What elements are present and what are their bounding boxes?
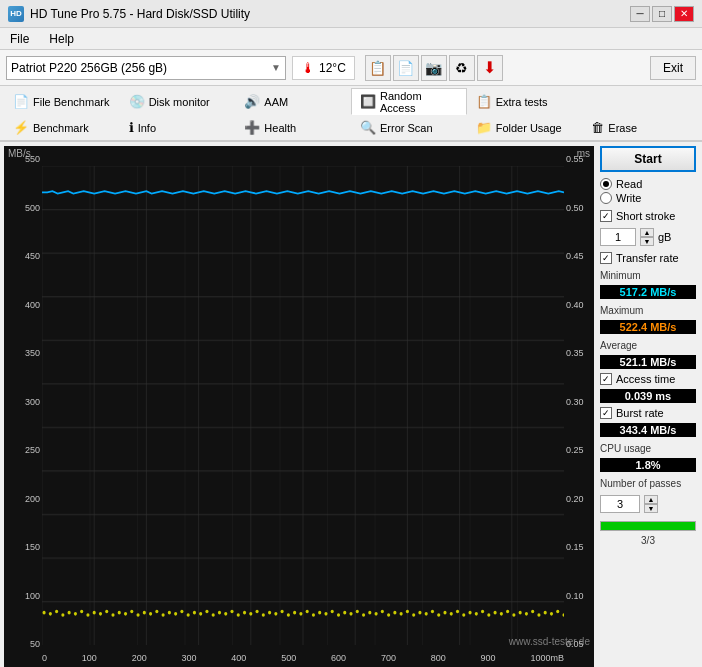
svg-point-74: [375, 612, 378, 616]
tab-benchmark[interactable]: ⚡ Benchmark: [4, 114, 120, 140]
svg-point-85: [443, 611, 446, 615]
short-stroke-down[interactable]: ▼: [640, 237, 654, 246]
write-radio-btn[interactable]: [600, 192, 612, 204]
svg-point-68: [337, 613, 340, 617]
exit-button[interactable]: Exit: [650, 56, 696, 80]
svg-point-94: [500, 612, 503, 616]
tab-disk-monitor[interactable]: 💿 Disk monitor: [120, 88, 236, 114]
burst-rate-checkbox[interactable]: ✓: [600, 407, 612, 419]
tab-error-scan[interactable]: 🔍 Error Scan: [351, 114, 467, 140]
menu-file[interactable]: File: [4, 30, 35, 48]
tab-folder-usage-label: Folder Usage: [496, 122, 562, 134]
passes-spin-row: ▲ ▼: [600, 495, 696, 513]
tab-erase-label: Erase: [608, 122, 637, 134]
svg-point-48: [212, 613, 215, 617]
transfer-rate-checkbox[interactable]: ✓: [600, 252, 612, 264]
menu-help[interactable]: Help: [43, 30, 80, 48]
short-stroke-input[interactable]: [600, 228, 636, 246]
svg-point-69: [343, 611, 346, 615]
toolbar: Patriot P220 256GB (256 gB) ▼ 🌡 12°C 📋 📄…: [0, 50, 702, 86]
y-axis-left: 550 500 450 400 350 300 250 200 150 100 …: [4, 146, 42, 667]
tab-folder-usage[interactable]: 📁 Folder Usage: [467, 114, 583, 140]
window-controls: ─ □ ✕: [630, 6, 694, 22]
passes-up[interactable]: ▲: [644, 495, 658, 504]
maximum-value: 522.4 MB/s: [600, 320, 696, 334]
svg-point-59: [281, 610, 284, 614]
svg-point-97: [519, 611, 522, 615]
app-icon: HD: [8, 6, 24, 22]
svg-point-93: [494, 611, 497, 615]
tab-extra-tests[interactable]: 📋 Extra tests: [467, 88, 583, 114]
tab-file-benchmark-label: File Benchmark: [33, 96, 109, 108]
short-stroke-checkbox[interactable]: ✓: [600, 210, 612, 222]
close-button[interactable]: ✕: [674, 6, 694, 22]
short-stroke-row[interactable]: ✓ Short stroke: [600, 210, 696, 222]
svg-point-24: [61, 613, 64, 617]
folder-usage-icon: 📁: [476, 120, 492, 135]
svg-point-99: [531, 610, 534, 614]
info-icon-btn[interactable]: 📋: [365, 55, 391, 81]
tab-info[interactable]: ℹ Info: [120, 114, 236, 140]
write-label: Write: [616, 192, 641, 204]
minimize-button[interactable]: ─: [630, 6, 650, 22]
burst-rate-row[interactable]: ✓ Burst rate: [600, 407, 696, 419]
svg-point-65: [318, 611, 321, 615]
svg-point-60: [287, 613, 290, 617]
svg-point-84: [437, 613, 440, 617]
svg-point-38: [149, 612, 152, 616]
temperature-value: 12°C: [319, 61, 346, 75]
burst-rate-value: 343.4 MB/s: [600, 423, 696, 437]
transfer-rate-row[interactable]: ✓ Transfer rate: [600, 252, 696, 264]
svg-point-34: [124, 612, 127, 616]
svg-point-39: [155, 610, 158, 614]
tab-erase[interactable]: 🗑 Erase: [582, 114, 698, 140]
svg-point-66: [324, 612, 327, 616]
app-title: HD Tune Pro 5.75 - Hard Disk/SSD Utility: [30, 7, 250, 21]
passes-display: 3/3: [600, 535, 696, 546]
short-stroke-up[interactable]: ▲: [640, 228, 654, 237]
read-label: Read: [616, 178, 642, 190]
read-radio[interactable]: Read: [600, 178, 696, 190]
svg-point-53: [243, 611, 246, 615]
svg-point-26: [74, 612, 77, 616]
svg-point-103: [556, 610, 559, 614]
svg-point-42: [174, 612, 177, 616]
error-scan-icon: 🔍: [360, 120, 376, 135]
svg-point-37: [143, 611, 146, 615]
access-time-row[interactable]: ✓ Access time: [600, 373, 696, 385]
svg-point-43: [180, 610, 183, 614]
passes-input[interactable]: [600, 495, 640, 513]
svg-point-35: [130, 610, 133, 614]
svg-point-75: [381, 610, 384, 614]
svg-point-98: [525, 612, 528, 616]
tab-aam[interactable]: 🔊 AAM: [235, 88, 351, 114]
tab-health[interactable]: ➕ Health: [235, 114, 351, 140]
access-time-checkbox[interactable]: ✓: [600, 373, 612, 385]
file-benchmark-icon: 📄: [13, 94, 29, 109]
cpu-usage-value: 1.8%: [600, 458, 696, 472]
maximize-button[interactable]: □: [652, 6, 672, 22]
copy-icon-btn[interactable]: 📄: [393, 55, 419, 81]
title-bar: HD HD Tune Pro 5.75 - Hard Disk/SSD Util…: [0, 0, 702, 28]
svg-point-101: [544, 611, 547, 615]
svg-point-76: [387, 613, 390, 617]
access-time-label: Access time: [616, 373, 675, 385]
x-axis: 0 100 200 300 400 500 600 700 800 900 10…: [42, 653, 564, 663]
svg-point-73: [368, 611, 371, 615]
camera-icon-btn[interactable]: 📷: [421, 55, 447, 81]
tab-file-benchmark[interactable]: 📄 File Benchmark: [4, 88, 120, 114]
write-radio[interactable]: Write: [600, 192, 696, 204]
y-axis-right: 0.55 0.50 0.45 0.40 0.35 0.30 0.25 0.20 …: [564, 146, 594, 667]
download-icon-btn[interactable]: ⬇: [477, 55, 503, 81]
svg-point-102: [550, 612, 553, 616]
passes-down[interactable]: ▼: [644, 504, 658, 513]
read-radio-btn[interactable]: [600, 178, 612, 190]
health-icon: ➕: [244, 120, 260, 135]
device-selector[interactable]: Patriot P220 256GB (256 gB) ▼: [6, 56, 286, 80]
svg-point-91: [481, 610, 484, 614]
info-icon: ℹ: [129, 120, 134, 135]
tab-random-access[interactable]: 🔲 Random Access: [351, 88, 467, 115]
recycle-icon-btn[interactable]: ♻: [449, 55, 475, 81]
start-button[interactable]: Start: [600, 146, 696, 172]
svg-point-51: [230, 610, 233, 614]
